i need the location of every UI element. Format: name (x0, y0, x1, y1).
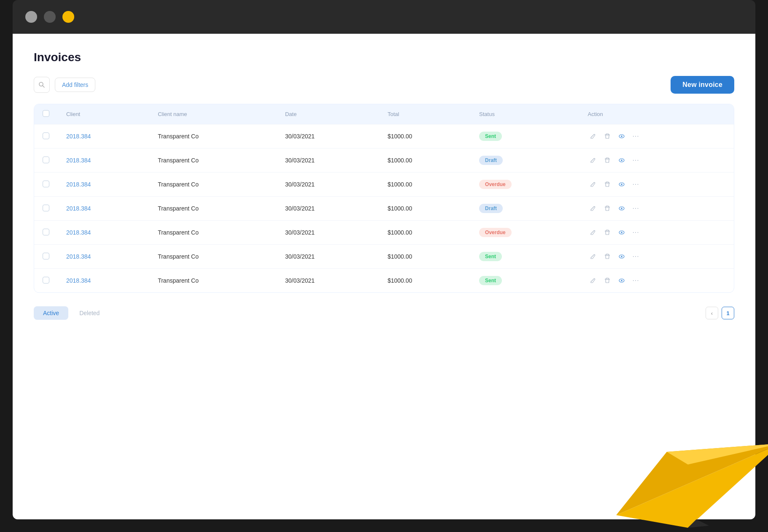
edit-icon[interactable] (588, 155, 598, 165)
pagination: ‹ 1 (706, 307, 734, 319)
edit-icon[interactable] (588, 275, 598, 286)
row-client: 2018.384 (58, 149, 149, 173)
svg-rect-5 (605, 159, 610, 159)
more-icon[interactable]: ··· (631, 203, 641, 213)
svg-rect-20 (605, 279, 610, 280)
more-icon[interactable]: ··· (631, 131, 641, 141)
view-icon[interactable] (617, 179, 627, 189)
row-checkbox[interactable] (43, 253, 49, 259)
delete-icon[interactable] (602, 251, 612, 262)
delete-icon[interactable] (602, 155, 612, 165)
expand-dot[interactable] (44, 11, 56, 23)
view-icon[interactable] (617, 155, 627, 165)
row-checkbox[interactable] (43, 157, 49, 163)
table-row: 2018.384 Transparent Co 30/03/2021 $1000… (34, 149, 734, 173)
col-total: Total (379, 104, 471, 124)
table-row: 2018.384 Transparent Co 30/03/2021 $1000… (34, 269, 734, 293)
svg-rect-2 (605, 135, 610, 135)
table-row: 2018.384 Transparent Co 30/03/2021 $1000… (34, 245, 734, 269)
search-icon (38, 81, 45, 88)
row-total: $1000.00 (379, 269, 471, 293)
toolbar: Add filters New invoice (34, 76, 734, 94)
more-icon[interactable]: ··· (631, 155, 641, 165)
pagination-prev[interactable]: ‹ (706, 307, 718, 319)
view-icon[interactable] (617, 251, 627, 262)
edit-icon[interactable] (588, 179, 598, 189)
search-button[interactable] (34, 77, 50, 93)
col-date: Date (277, 104, 379, 124)
edit-icon[interactable] (588, 227, 598, 238)
row-checkbox-cell (34, 173, 58, 197)
row-client-name: Transparent Co (149, 221, 277, 245)
delete-icon[interactable] (602, 227, 612, 238)
tab-deleted[interactable]: Deleted (70, 306, 109, 320)
svg-rect-14 (605, 231, 610, 232)
row-actions: ··· (579, 149, 734, 173)
row-status: Draft (471, 197, 579, 221)
add-filters-button[interactable]: Add filters (55, 78, 95, 92)
col-client-name: Client name (149, 104, 277, 124)
edit-icon[interactable] (588, 203, 598, 213)
row-actions: ··· (579, 245, 734, 269)
row-date: 30/03/2021 (277, 269, 379, 293)
toolbar-left: Add filters (34, 77, 95, 93)
delete-icon[interactable] (602, 131, 612, 141)
status-badge: Sent (479, 132, 502, 141)
view-icon[interactable] (617, 275, 627, 286)
view-icon[interactable] (617, 131, 627, 141)
titlebar (13, 0, 755, 34)
client-link[interactable]: 2018.384 (66, 133, 91, 140)
close-dot[interactable] (62, 11, 74, 23)
view-icon[interactable] (617, 227, 627, 238)
invoices-table: Client Client name Date Total Status Act… (34, 104, 734, 292)
edit-icon[interactable] (588, 251, 598, 262)
client-link[interactable]: 2018.384 (66, 277, 91, 284)
row-checkbox[interactable] (43, 181, 49, 187)
delete-icon[interactable] (602, 203, 612, 213)
more-icon[interactable]: ··· (631, 227, 641, 238)
row-status: Sent (471, 245, 579, 269)
row-date: 30/03/2021 (277, 197, 379, 221)
client-link[interactable]: 2018.384 (66, 253, 91, 260)
main-window: Invoices Add filters New invoice Client (13, 34, 755, 519)
row-client: 2018.384 (58, 124, 149, 149)
more-icon[interactable]: ··· (631, 251, 641, 262)
more-icon[interactable]: ··· (631, 275, 641, 286)
more-icon[interactable]: ··· (631, 179, 641, 189)
pagination-page-1[interactable]: 1 (722, 307, 734, 319)
client-link[interactable]: 2018.384 (66, 157, 91, 164)
row-total: $1000.00 (379, 197, 471, 221)
row-total: $1000.00 (379, 149, 471, 173)
svg-rect-8 (605, 183, 610, 184)
row-actions: ··· (579, 221, 734, 245)
edit-icon[interactable] (588, 131, 598, 141)
row-checkbox[interactable] (43, 277, 49, 284)
client-link[interactable]: 2018.384 (66, 205, 91, 212)
view-icon[interactable] (617, 203, 627, 213)
tab-active[interactable]: Active (34, 306, 68, 320)
client-link[interactable]: 2018.384 (66, 229, 91, 236)
delete-icon[interactable] (602, 179, 612, 189)
svg-point-10 (621, 184, 622, 185)
row-checkbox-cell (34, 269, 58, 293)
client-link[interactable]: 2018.384 (66, 181, 91, 188)
delete-icon[interactable] (602, 275, 612, 286)
header-checkbox[interactable] (43, 110, 49, 117)
svg-line-1 (43, 86, 44, 87)
col-checkbox (34, 104, 58, 124)
row-client: 2018.384 (58, 269, 149, 293)
row-checkbox[interactable] (43, 205, 49, 211)
row-actions: ··· (579, 197, 734, 221)
status-badge: Draft (479, 204, 503, 213)
row-date: 30/03/2021 (277, 221, 379, 245)
new-invoice-button[interactable]: New invoice (671, 76, 734, 94)
row-status: Sent (471, 269, 579, 293)
row-client: 2018.384 (58, 173, 149, 197)
row-status: Overdue (471, 173, 579, 197)
row-checkbox[interactable] (43, 229, 49, 235)
status-badge: Sent (479, 252, 502, 261)
svg-rect-17 (605, 255, 610, 256)
row-total: $1000.00 (379, 245, 471, 269)
minimize-dot[interactable] (25, 11, 37, 23)
row-checkbox[interactable] (43, 132, 49, 139)
